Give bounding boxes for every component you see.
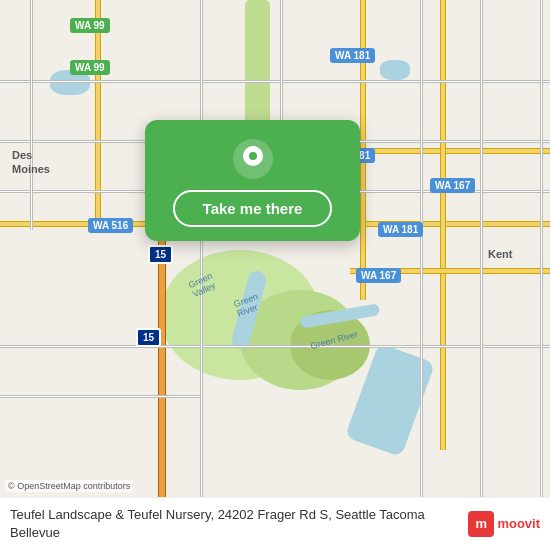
label-i5-2: 15	[136, 328, 161, 347]
label-i5-1: 15	[148, 245, 173, 264]
location-popup: Take me there	[145, 120, 360, 241]
road-v-5	[480, 0, 483, 550]
road-h-5	[0, 395, 200, 398]
road-v-1	[30, 0, 33, 230]
location-pin-icon	[232, 138, 274, 180]
label-wa181-3: WA 181	[378, 222, 423, 237]
map-container: WA 99 WA 99 WA 181 WA 181 WA 181 WA 167 …	[0, 0, 550, 550]
moovit-logo-icon: m	[468, 511, 494, 537]
osm-attribution: © OpenStreetMap contributors	[5, 480, 133, 492]
label-wa167-2: WA 167	[356, 268, 401, 283]
highway-wa167-v	[440, 0, 446, 450]
label-kent: Kent	[488, 248, 512, 260]
road-v-6	[540, 0, 543, 550]
label-wa181-1: WA 181	[330, 48, 375, 63]
svg-point-3	[249, 152, 257, 160]
moovit-logo-text: moovit	[497, 516, 540, 531]
label-wa516: WA 516	[88, 218, 133, 233]
label-wa99-2: WA 99	[70, 60, 110, 75]
road-h-1	[0, 80, 550, 83]
highway-wa99	[95, 0, 101, 220]
road-v-4	[420, 0, 423, 550]
label-wa167-1: WA 167	[430, 178, 475, 193]
water-body-5	[380, 60, 410, 80]
take-me-there-button[interactable]: Take me there	[173, 190, 333, 227]
label-des-moines: DesMoines	[12, 148, 50, 177]
moovit-logo: m moovit	[468, 511, 540, 537]
place-info-text: Teufel Landscape & Teufel Nursery, 24202…	[10, 506, 458, 542]
info-bar: Teufel Landscape & Teufel Nursery, 24202…	[0, 497, 550, 550]
road-h-4	[0, 345, 550, 348]
label-wa99-1: WA 99	[70, 18, 110, 33]
